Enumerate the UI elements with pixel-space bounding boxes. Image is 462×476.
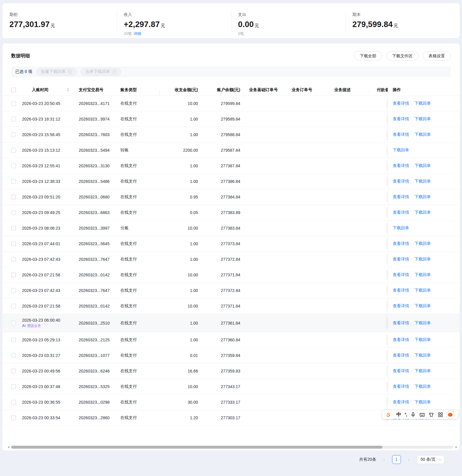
table-row: 2026-03-23 03:31:2720260323...1077在线支付0.… [2,348,460,363]
download-receipt-link[interactable]: 下载回单 [414,337,431,343]
view-detail-link[interactable]: 查看详情 [393,400,409,405]
row-checkbox[interactable] [11,257,16,262]
merge-download-button[interactable]: 合并下载回单i [81,68,121,76]
view-detail-link[interactable]: 查看详情 [393,116,409,122]
row-checkbox[interactable] [11,195,16,199]
row-checkbox-cell [2,415,22,420]
row-checkbox[interactable] [11,163,16,168]
row-checkbox[interactable] [11,415,16,420]
entry-time: 2026-03-23 15:56:45 [22,132,79,137]
row-checkbox[interactable] [11,353,16,358]
scrollbar-thumb[interactable] [11,446,382,449]
punctuation-mode-icon[interactable]: °, [405,412,407,417]
row-checkbox[interactable] [11,148,16,153]
view-detail-link[interactable]: 查看详情 [393,272,409,278]
sogou-logo-icon[interactable]: S [387,412,390,417]
select-all-checkbox[interactable] [11,88,16,92]
income-detail-link[interactable]: 详细 [134,31,141,36]
page-size-select[interactable]: 50 条/页 [417,455,444,464]
row-checkbox[interactable] [11,210,16,215]
table-row: 2026-03-23 05:29:1320260323...2125在线支付1.… [2,332,460,348]
skin-tshirt-icon[interactable] [429,412,434,417]
next-page-icon[interactable]: › [407,457,411,462]
download-receipt-link[interactable]: 下载回单 [414,303,431,309]
row-checkbox[interactable] [11,117,16,121]
panel-header: 数据明细 下载全部 下载文件区 表格设置 [2,44,460,61]
keyboard-icon[interactable] [419,412,425,417]
batch-download-button[interactable]: 批量下载回单i [36,68,77,76]
download-receipt-link[interactable]: 下载回单 [414,257,431,262]
download-receipt-link[interactable]: 下载回单 [414,368,431,374]
row-checkbox[interactable] [11,304,16,308]
row-checkbox[interactable] [11,179,16,184]
view-detail-link[interactable]: 查看详情 [393,257,409,262]
row-actions: 查看详情下载回单 [388,267,453,283]
summary-closing-balance: 期末 279,599.84元 [345,3,460,38]
download-receipt-link[interactable]: 下载回单 [414,272,431,278]
view-detail-link[interactable]: 查看详情 [393,353,409,358]
download-receipt-link[interactable]: 下载回单 [414,101,431,106]
row-checkbox[interactable] [11,321,16,325]
transaction-no: 20260323...6248 [79,369,120,373]
trace-service-tag[interactable]: Ai溯源业务 [22,323,79,328]
row-checkbox[interactable] [11,226,16,231]
row-checkbox[interactable] [11,132,16,137]
view-detail-link[interactable]: 查看详情 [393,288,409,293]
download-receipt-link[interactable]: 下载回单 [414,132,431,137]
download-receipt-link[interactable]: 下载回单 [414,210,431,215]
download-all-button[interactable]: 下载全部 [354,51,382,61]
table-row: 2026-03-23 15:13:1220260323...5494转账2200… [2,143,460,158]
download-receipt-link[interactable]: 下载回单 [414,320,431,326]
assistant-mascot-icon[interactable] [447,411,454,418]
download-receipt-link[interactable]: 下载回单 [414,288,431,293]
view-detail-link[interactable]: 查看详情 [393,101,409,106]
transaction-no: 20260323...2510 [79,321,120,325]
view-detail-link[interactable]: 查看详情 [393,384,409,389]
microphone-icon[interactable] [410,412,416,417]
download-receipt-link[interactable]: 下载回单 [414,384,431,389]
download-receipt-link[interactable]: 下载回单 [414,400,431,405]
row-actions: 查看详情下载回单 [388,174,453,189]
table-settings-button[interactable]: 表格设置 [423,51,451,61]
currency-unit: 元 [161,23,165,28]
row-checkbox[interactable] [11,288,16,293]
view-detail-link[interactable]: 查看详情 [393,210,409,215]
row-checkbox[interactable] [11,338,16,342]
download-receipt-link[interactable]: 下载回单 [414,194,431,200]
view-detail-link[interactable]: 查看详情 [393,303,409,309]
view-detail-link[interactable]: 查看详情 [393,368,409,374]
row-checkbox[interactable] [11,101,16,106]
chinese-mode-button[interactable]: 中 [397,412,401,418]
row-checkbox[interactable] [11,273,16,277]
download-receipt-link[interactable]: 下载回单 [414,179,431,184]
row-checkbox[interactable] [11,384,16,389]
view-detail-link[interactable]: 查看详情 [393,194,409,200]
view-detail-link[interactable]: 查看详情 [393,320,409,326]
row-checkbox[interactable] [11,369,16,373]
row-checkbox[interactable] [11,241,16,246]
download-file-zone-button[interactable]: 下载文件区 [386,51,419,61]
view-detail-link[interactable]: 查看详情 [393,132,409,137]
scroll-right-arrow-icon[interactable] [456,446,457,448]
row-checkbox-cell [2,241,22,246]
horizontal-scrollbar[interactable] [11,446,453,449]
row-checkbox-cell [2,117,22,121]
download-receipt-link[interactable]: 下载回单 [393,226,409,231]
sort-icon[interactable] [67,88,69,92]
view-detail-link[interactable]: 查看详情 [393,179,409,184]
row-checkbox-cell [2,195,22,199]
view-detail-link[interactable]: 查看详情 [393,163,409,168]
download-receipt-link[interactable]: 下载回单 [393,148,409,153]
download-receipt-link[interactable]: 下载回单 [414,241,431,246]
row-checkbox[interactable] [11,400,16,405]
download-receipt-link[interactable]: 下载回单 [414,353,431,358]
view-detail-link[interactable]: 查看详情 [393,337,409,343]
scroll-left-arrow-icon[interactable] [8,446,9,448]
summary-income: 收入 +2,297.87元 20笔详细 [117,3,231,38]
prev-page-icon[interactable]: ‹ [382,457,386,462]
download-receipt-link[interactable]: 下载回单 [414,163,431,168]
page-number-button[interactable]: 1 [392,455,401,464]
view-detail-link[interactable]: 查看详情 [393,241,409,246]
toolbox-grid-icon[interactable] [438,412,443,417]
download-receipt-link[interactable]: 下载回单 [414,116,431,122]
